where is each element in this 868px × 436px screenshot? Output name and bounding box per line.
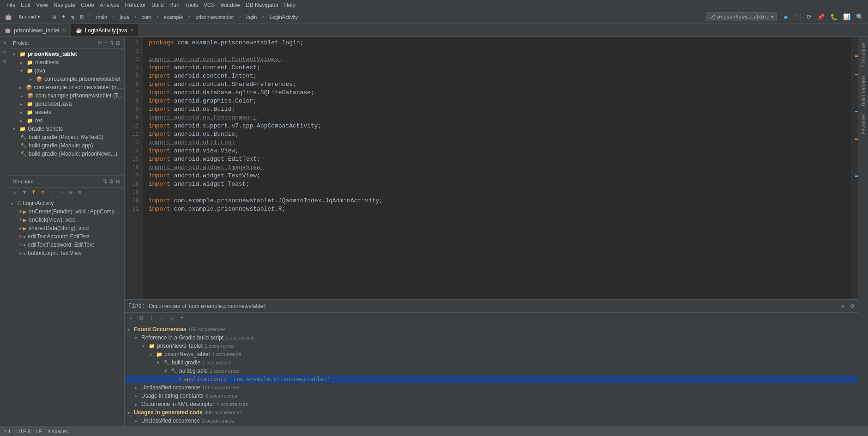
tree-item-assets[interactable]: ▸ 📁 assets <box>9 108 124 116</box>
struct-buttonlogin[interactable]: ⊖ ● buttonLogin: TextView <box>9 249 124 257</box>
tab-prisonnews-close[interactable]: ✕ <box>62 28 66 33</box>
struct-anon-btn[interactable]: ○ <box>57 188 66 197</box>
find-results[interactable]: ▾ Found Occurrences 199 occurrences ▾ Re… <box>125 324 858 426</box>
menu-item-refactor[interactable]: Refactor <box>122 2 149 8</box>
sort-icon[interactable]: ⇅ <box>69 12 77 22</box>
struct-collapse-btn[interactable]: ≡ <box>76 188 84 197</box>
tree-item-generated[interactable]: ▸ 📁 generatedJava <box>9 100 124 108</box>
toolbar-icon-2[interactable]: ⟳ <box>805 12 814 22</box>
find-string-usage[interactable]: ▸ Usage in string constants 6 occurrence… <box>125 392 858 400</box>
structure-settings-icon[interactable]: ⚙ <box>109 178 114 185</box>
find-build1[interactable]: ▾ 🔨 build.gradle 1 occurrence <box>125 358 858 367</box>
tree-item-com2[interactable]: ▸ 📦 com.example.prisonnewstablet (in... <box>9 83 124 91</box>
breadcrumb-login[interactable]: login <box>243 13 259 21</box>
add-icon[interactable]: + <box>60 12 67 21</box>
toolbar-icon-4[interactable]: 🐛 <box>828 12 839 22</box>
side-tab-build-variants[interactable]: Build Variants <box>860 72 867 110</box>
find-prison2[interactable]: ▾ 📁 prisonNews_tablet 1 occurrence <box>125 350 858 358</box>
struct-sort-btn[interactable]: ⇅ <box>11 188 19 197</box>
menu-item-view[interactable]: View <box>33 2 51 8</box>
find-xml-occurrence[interactable]: ▸ Occurrence in XML descriptor 4 occurre… <box>125 400 858 408</box>
menu-item-help[interactable]: Help <box>281 2 298 8</box>
find-nav-next[interactable]: ↓ <box>157 314 166 323</box>
toolbar-icon-6[interactable]: 🔍 <box>854 12 865 22</box>
struct-inherited-btn[interactable]: ↑ <box>48 188 56 197</box>
menu-item-db-navigator[interactable]: DB Navigator <box>243 2 281 8</box>
tree-item-res[interactable]: ▸ 📁 res <box>9 116 124 125</box>
find-unclassified[interactable]: ▸ Unclassified occurrence 188 occurrence… <box>125 383 858 392</box>
tree-item-build3[interactable]: 🔨 build.gradle (Module: prisonNews...) <box>9 150 124 158</box>
find-minus-btn[interactable]: − <box>187 314 197 323</box>
tree-item-com1[interactable]: ▸ 📦 com.example.prisonnewstablet <box>9 75 124 83</box>
menu-item-tools[interactable]: Tools <box>182 2 201 8</box>
toolbar-icon-3[interactable]: 📌 <box>815 12 826 22</box>
find-settings-icon[interactable]: ⚙ <box>850 302 854 310</box>
tab-loginactivity-close[interactable]: ✕ <box>130 28 134 33</box>
tree-item-build1[interactable]: 🔨 build.gradle (Project: MyTest2) <box>9 133 124 141</box>
structure-tree[interactable]: ▾ C LoginActivity ⊕ ▶ onCreate(Bundle): … <box>9 198 124 426</box>
breadcrumb-com[interactable]: com <box>139 13 154 21</box>
find-build2[interactable]: ▾ 🔨 build.gradle 1 occurrence <box>125 367 858 375</box>
struct-show-icon[interactable]: 👁 <box>66 188 75 197</box>
struct-shareddata[interactable]: ⊕ ▶ sharedData(String): void <box>9 224 124 232</box>
menu-item-file[interactable]: File <box>4 2 18 8</box>
tree-item-manifests[interactable]: ▸ 📁 manifests <box>9 58 124 67</box>
struct-edittextpassword[interactable]: ⊖ ● editTextPassword: EditText <box>9 241 124 249</box>
tree-item-build2[interactable]: 🔨 build.gradle (Module: app) <box>9 141 124 150</box>
expand-icon[interactable]: ⊞ <box>78 12 85 22</box>
struct-fields-btn[interactable]: f <box>30 188 38 197</box>
menu-item-window[interactable]: Window <box>217 2 243 8</box>
find-nav-prev[interactable]: ↑ <box>147 314 156 323</box>
struct-methods-btn[interactable]: m <box>39 188 47 197</box>
find-prison1[interactable]: ▾ 📁 prisonNews_tablet 1 occurrence <box>125 342 858 350</box>
find-plus-btn[interactable]: + <box>177 314 187 323</box>
menu-item-edit[interactable]: Edit <box>18 2 33 8</box>
struct-filter-btn[interactable]: ▼ <box>20 188 29 197</box>
find-appid-line[interactable]: 7 applicationId 'com.example.prisonnewst… <box>125 375 858 383</box>
project-settings-icon[interactable]: ⚙ <box>97 40 102 46</box>
branch-selector[interactable]: ⎇ prisonNews_tablet ▾ <box>706 12 777 21</box>
breadcrumb-example[interactable]: example <box>161 13 186 21</box>
breadcrumb-main[interactable]: main <box>93 13 110 21</box>
find-filter-btn[interactable]: ⧉ <box>137 314 146 323</box>
tree-item-java[interactable]: ▾ 📁 java <box>9 67 124 75</box>
project-tab-btn[interactable]: P <box>0 39 9 47</box>
side-tab-favorites[interactable]: Favorites <box>860 110 867 138</box>
tab-prisonnews[interactable]: 🤖 prisonNews_tablet ✕ <box>0 24 71 36</box>
menu-item-vcs[interactable]: VCS <box>201 2 218 8</box>
find-root-header[interactable]: ▾ Found Occurrences 199 occurrences <box>125 325 858 333</box>
breadcrumb-loginactivity[interactable]: LoginActivity <box>267 13 301 21</box>
structure-expand-icon[interactable]: ⊞ <box>116 178 121 185</box>
toolbar-icon-5[interactable]: 📊 <box>841 12 852 22</box>
project-tree[interactable]: ▾ 📁 prisonNews_tablet ▸ 📁 manifests ▾ 📁 … <box>9 49 124 176</box>
db-browser-tab-btn[interactable]: D <box>0 57 9 66</box>
find-gen-unclassified[interactable]: ▸ Unclassified occurrence 2 occurrences <box>125 417 858 425</box>
breadcrumb-prisonnewstablet[interactable]: prisonnewstablet <box>193 13 236 21</box>
code-content[interactable]: 12345 678910 1112131415 161718192021 pac… <box>125 37 858 299</box>
side-tab-z-structure[interactable]: Z-Structure <box>860 39 867 72</box>
struct-class-loginactivity[interactable]: ▾ C LoginActivity <box>9 199 124 207</box>
project-sort-icon[interactable]: ⇅ <box>109 40 114 46</box>
tree-item-gradle-scripts[interactable]: ▾ 📁 Gradle Scripts <box>9 125 124 133</box>
menu-item-build[interactable]: Build <box>149 2 167 8</box>
project-add-icon[interactable]: + <box>104 40 108 46</box>
struct-oncreate[interactable]: ⊕ ▶ onCreate(Bundle): void ↑AppComp... <box>9 207 124 216</box>
tab-loginactivity[interactable]: ☕ LoginActivity.java ✕ <box>71 24 139 36</box>
toolbar-icon-1[interactable]: ⬛ <box>792 12 803 22</box>
android-dropdown[interactable]: Android ▾ <box>16 13 43 21</box>
menu-item-analyze[interactable]: Analyze <box>97 2 122 8</box>
breadcrumb-java[interactable]: java <box>117 13 132 21</box>
find-gradle-ref[interactable]: ▾ Reference in a Gradle build script 1 o… <box>125 333 858 342</box>
menu-item-navigate[interactable]: Navigate <box>51 2 78 8</box>
run-button[interactable]: ▶ <box>783 12 790 22</box>
tree-item-com3[interactable]: ▸ 📦 com.example.prisonnewstablet (T... <box>9 91 124 100</box>
tree-item-root[interactable]: ▾ 📁 prisonNews_tablet <box>9 50 124 58</box>
menu-item-code[interactable]: Code <box>78 2 97 8</box>
find-generated-header[interactable]: ▾ Usages in generated code 996 occurrenc… <box>125 408 858 417</box>
code-area[interactable]: package com.example.prisonnewstablet.log… <box>143 37 851 299</box>
project-expand-icon[interactable]: ⊞ <box>116 40 121 46</box>
structure-sort-icon[interactable]: ⇅ <box>102 178 107 185</box>
captures-tab-btn[interactable]: C <box>0 48 9 56</box>
settings-icon[interactable]: ⚙ <box>51 12 58 22</box>
find-close-btn[interactable]: ✕ <box>841 302 844 310</box>
